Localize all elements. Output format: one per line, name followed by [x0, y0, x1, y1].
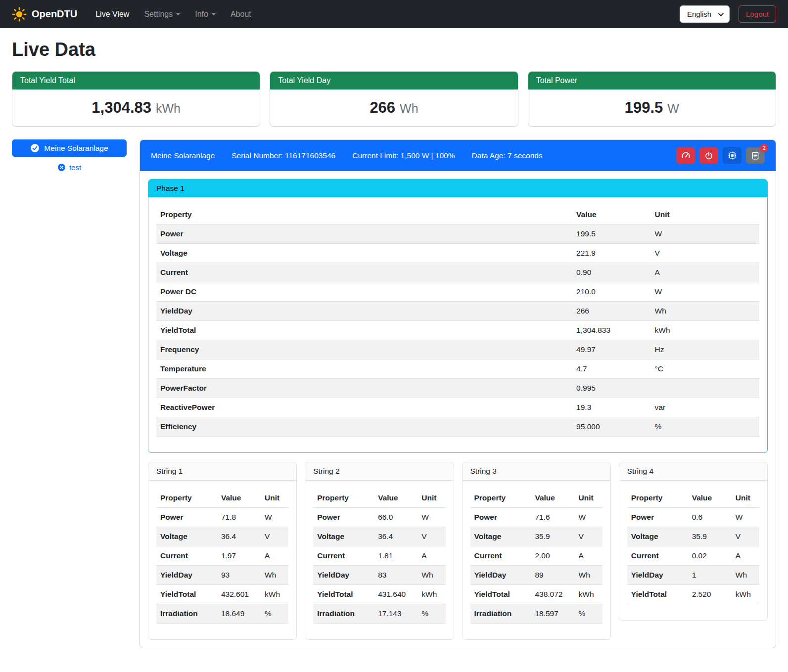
string-card-title: String 2 [305, 462, 453, 481]
property-cell: Power [313, 508, 374, 527]
string-table: Property Value Unit Power [470, 489, 603, 624]
sidebar-item-label: Meine Solaranlage [44, 144, 108, 153]
table-row: Irradiation 18.649 % [156, 604, 288, 624]
table-row: Current 1.97 A [156, 546, 288, 566]
language-select[interactable]: English [680, 5, 730, 23]
unit-cell: % [575, 604, 603, 624]
table-header-row: Property Value Unit [627, 489, 759, 508]
unit-cell: A [575, 546, 603, 566]
table-row: Current 0.02 A [627, 546, 759, 566]
unit-cell: % [651, 417, 759, 437]
column-header-property: Property [156, 205, 572, 224]
property-cell: YieldDay [313, 566, 374, 585]
column-header-property: Property [156, 489, 217, 508]
string-card-2: String 2 Property Value Unit [305, 462, 454, 640]
value-cell: 0.6 [688, 508, 732, 527]
value-cell: 2.520 [688, 585, 732, 604]
summary-unit: kWh [156, 101, 181, 115]
column-header-value: Value [531, 489, 574, 508]
table-row: Efficiency 95.000 % [156, 417, 759, 437]
device-info-button[interactable] [723, 147, 742, 164]
unit-cell [651, 379, 759, 398]
value-cell: 4.7 [572, 359, 650, 379]
power-button[interactable] [699, 147, 718, 164]
logout-button[interactable]: Logout [739, 5, 776, 23]
limit-settings-button[interactable] [676, 147, 695, 164]
value-cell: 1.97 [217, 546, 261, 566]
nav-item-settings[interactable]: Settings [137, 6, 187, 23]
property-cell: Power [470, 508, 531, 527]
column-header-property: Property [470, 489, 531, 508]
table-row: YieldDay 83 Wh [313, 566, 445, 585]
column-header-property: Property [313, 489, 374, 508]
gauge-icon [681, 151, 691, 160]
property-cell: Irradiation [313, 604, 374, 624]
table-row: Voltage 35.9 V [627, 527, 759, 546]
summary-value: 199.5 [625, 99, 663, 116]
property-cell: YieldDay [156, 302, 572, 321]
table-row: Power 71.6 W [470, 508, 603, 527]
nav-item-info[interactable]: Info [187, 6, 223, 23]
inverter-limit: Current Limit: 1,500 W | 100% [352, 151, 455, 160]
property-cell: Efficiency [156, 417, 572, 437]
value-cell: 432.601 [217, 585, 261, 604]
value-cell: 83 [374, 566, 417, 585]
summary-card-title: Total Yield Total [12, 72, 260, 90]
property-cell: YieldDay [470, 566, 531, 585]
table-row: YieldTotal 1,304.833 kWh [156, 321, 759, 340]
value-cell: 89 [531, 566, 574, 585]
value-cell: 49.97 [572, 340, 650, 359]
nav-item-live-view[interactable]: Live View [88, 6, 137, 23]
unit-cell: V [651, 244, 759, 263]
value-cell: 18.597 [531, 604, 574, 624]
unit-cell: W [417, 508, 445, 527]
string-card-body: Property Value Unit Power [305, 481, 453, 639]
summary-card-title: Total Power [528, 72, 776, 90]
table-header-row: Property Value Unit [156, 205, 759, 224]
nav-item-info-label: Info [195, 10, 208, 19]
unit-cell: kWh [417, 585, 445, 604]
value-cell: 221.9 [572, 244, 650, 263]
table-row: Irradiation 17.143 % [313, 604, 445, 624]
inverter-serial: Serial Number: 116171603546 [232, 151, 335, 160]
property-cell: YieldTotal [313, 585, 374, 604]
unit-cell: Hz [651, 340, 759, 359]
sidebar-item-test[interactable]: test [12, 163, 127, 172]
property-cell: Current [470, 546, 531, 566]
phase-card-title: Phase 1 [148, 179, 767, 197]
events-badge: 2 [760, 144, 768, 152]
power-icon [704, 151, 713, 160]
inverter-data-age: Data Age: 7 seconds [472, 151, 543, 160]
unit-cell: V [261, 527, 288, 546]
table-row: YieldTotal 431.640 kWh [313, 585, 445, 604]
nav-item-settings-label: Settings [144, 10, 173, 19]
brand-label: OpenDTU [32, 8, 77, 20]
strings-grid: String 1 Property Value Unit [148, 462, 768, 640]
unit-cell: W [261, 508, 288, 527]
journal-icon [751, 151, 760, 160]
unit-cell: A [651, 263, 759, 282]
table-row: Power DC 210.0 W [156, 282, 759, 302]
string-table: Property Value Unit Power [156, 489, 288, 624]
unit-cell: A [261, 546, 288, 566]
string-card-body: Property Value Unit Power [148, 481, 296, 639]
sidebar-item-meine-solaranlage[interactable]: Meine Solaranlage [12, 139, 127, 157]
events-button[interactable]: 2 [746, 147, 765, 164]
table-row: Current 0.90 A [156, 263, 759, 282]
property-cell: YieldDay [156, 566, 217, 585]
column-header-unit: Unit [261, 489, 288, 508]
string-card-title: String 3 [463, 462, 610, 481]
value-cell: 71.8 [217, 508, 261, 527]
cpu-icon [728, 151, 737, 160]
property-cell: Voltage [156, 527, 217, 546]
value-cell: 71.6 [531, 508, 574, 527]
brand[interactable]: OpenDTU [12, 7, 77, 22]
table-row: Voltage 35.9 V [470, 527, 603, 546]
table-row: YieldTotal 438.072 kWh [470, 585, 603, 604]
string-table: Property Value Unit Power [313, 489, 445, 624]
unit-cell: var [651, 398, 759, 417]
value-cell: 36.4 [374, 527, 417, 546]
caret-down-icon [212, 13, 216, 15]
phase-table: Property Value Unit Power [156, 205, 759, 437]
nav-item-about[interactable]: About [223, 6, 259, 23]
